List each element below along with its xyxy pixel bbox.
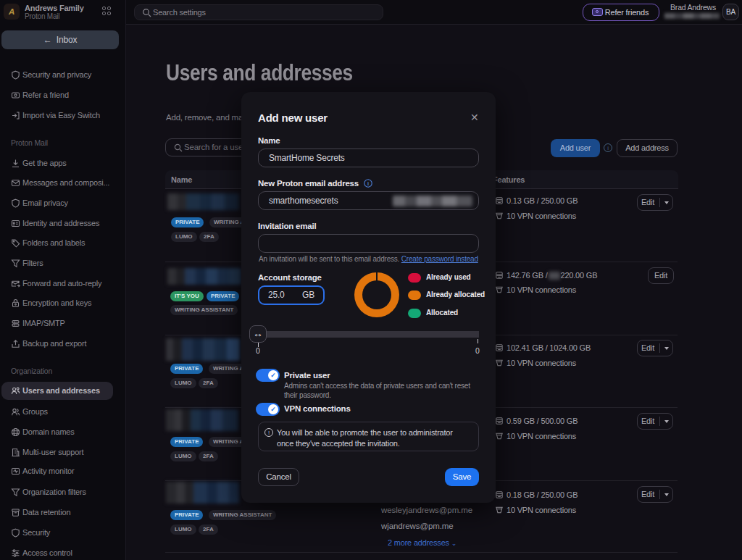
svg-text:i: i xyxy=(367,180,369,187)
